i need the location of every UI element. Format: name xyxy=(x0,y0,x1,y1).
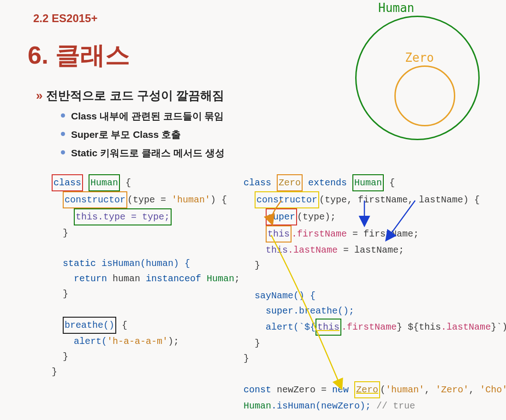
code-block-human: class Human { constructor(type = 'human'… xyxy=(52,174,245,379)
intro-line: »전반적으로 코드 구성이 깔끔해짐 xyxy=(36,88,224,104)
class-hierarchy-diagram: Human Zero xyxy=(351,2,494,145)
intro-text: 전반적으로 코드 구성이 깔끔해짐 xyxy=(46,89,224,102)
diagram-inner-label: Zero xyxy=(405,51,434,65)
slide-heading: 6. 클래스 xyxy=(28,39,130,72)
bullet-list: Class 내부에 관련된 코드들이 묶임 Super로 부모 Class 호출… xyxy=(61,107,225,162)
diagram-outer-label: Human xyxy=(378,1,414,15)
chevron-icon: » xyxy=(36,89,42,102)
section-number: 2.2 ES2015+ xyxy=(33,12,97,25)
inner-circle xyxy=(394,65,455,126)
bullet-item: Class 내부에 관련된 코드들이 묶임 xyxy=(61,107,225,125)
bullet-item: Super로 부모 Class 호출 xyxy=(61,125,225,144)
code-block-zero: class Zero extends Human { constructor(t… xyxy=(244,174,502,414)
bullet-item: Static 키워드로 클래스 메서드 생성 xyxy=(61,144,225,162)
